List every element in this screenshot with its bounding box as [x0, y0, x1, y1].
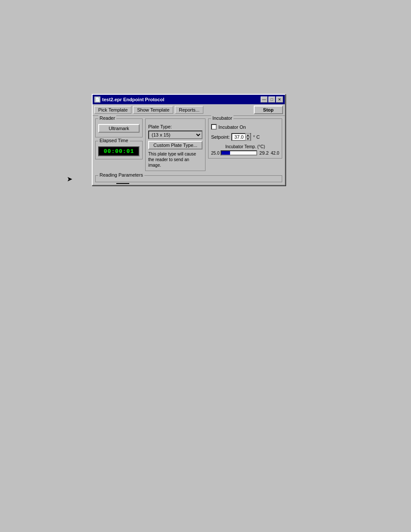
maximize-button[interactable]: □ — [268, 96, 275, 103]
ultramark-button[interactable]: Ultramark — [98, 124, 140, 133]
celsius-label: ° C — [253, 134, 259, 140]
custom-plate-type-button[interactable]: Custom Plate Type... — [148, 141, 202, 149]
temp-slider-track[interactable] — [221, 150, 257, 156]
window-title: test2.epr Endpoint Protocol — [102, 97, 164, 102]
spinner-down-button[interactable]: ▼ — [245, 137, 250, 141]
incubator-group-label: Incubator — [211, 115, 234, 121]
incubator-on-label: Incubator On — [218, 124, 246, 130]
setpoint-value: 37.0 — [232, 134, 245, 140]
show-template-button[interactable]: Show Template — [133, 106, 173, 114]
reader-group-label: Reader — [98, 115, 116, 121]
middle-panel: Plate Type: (13 x 15) Custom Plate Type.… — [145, 118, 206, 171]
title-buttons: — □ ✕ — [261, 96, 283, 103]
main-window: 📄 test2.epr Endpoint Protocol — □ ✕ Pick… — [92, 94, 286, 186]
reader-group: Reader Ultramark — [95, 118, 143, 137]
toolbar: Pick Template Show Template Reports... S… — [93, 104, 285, 116]
reading-params-group: Reading Parameters — [95, 175, 282, 182]
content-area: Reader Ultramark Elapsed Time 00:00:01 P… — [93, 116, 285, 174]
reading-params-label: Reading Parameters — [98, 172, 144, 177]
setpoint-label: Setpoint: — [211, 134, 230, 140]
plate-type-select-wrapper: (13 x 15) — [148, 131, 202, 139]
plate-info-text: This plate type will cause the reader to… — [148, 151, 202, 168]
plate-type-group: Plate Type: (13 x 15) Custom Plate Type.… — [145, 118, 206, 171]
spinner-up-button[interactable]: ▲ — [245, 133, 250, 137]
spinner-buttons: ▲ ▼ — [245, 133, 250, 141]
pick-template-button[interactable]: Pick Template — [94, 106, 131, 114]
setpoint-row: Setpoint: 37.0 ▲ ▼ ° C — [211, 133, 279, 141]
elapsed-time-label: Elapsed Time — [98, 138, 130, 143]
minimize-button[interactable]: — — [261, 96, 268, 103]
temp-max-label: 42.0 — [271, 151, 279, 156]
close-button[interactable]: ✕ — [276, 96, 283, 103]
plate-type-label: Plate Type: — [148, 124, 202, 129]
temp-section: Incubator Temp. (°C) 25.0 29.2 42.0 — [211, 144, 279, 156]
right-panel: Incubator Incubator On Setpoint: 37.0 ▲ … — [208, 118, 282, 171]
title-bar-left: 📄 test2.epr Endpoint Protocol — [94, 96, 164, 103]
stop-button[interactable]: Stop — [254, 106, 283, 114]
plate-type-select[interactable]: (13 x 15) — [148, 131, 202, 139]
left-panel: Reader Ultramark Elapsed Time 00:00:01 — [95, 118, 143, 171]
reports-button[interactable]: Reports... — [175, 106, 203, 114]
temp-min-label: 25.0 — [211, 151, 219, 156]
title-bar: 📄 test2.epr Endpoint Protocol — □ ✕ — [93, 95, 285, 104]
window-icon: 📄 — [94, 96, 100, 103]
temp-slider-fill — [221, 151, 230, 155]
temp-current-value: 29.2 — [258, 150, 269, 156]
incubator-on-checkbox[interactable] — [211, 124, 217, 130]
arrow-pointer-decoration: ➤ — [67, 175, 72, 183]
underline-decoration — [116, 183, 129, 184]
temp-slider-row: 25.0 29.2 42.0 — [211, 150, 279, 156]
temp-section-label: Incubator Temp. (°C) — [211, 144, 279, 149]
incubator-on-row: Incubator On — [211, 124, 279, 130]
elapsed-time-display: 00:00:01 — [98, 146, 140, 156]
setpoint-spinner[interactable]: 37.0 ▲ ▼ — [231, 133, 251, 141]
elapsed-time-group: Elapsed Time 00:00:01 — [95, 141, 143, 159]
incubator-group: Incubator Incubator On Setpoint: 37.0 ▲ … — [208, 118, 282, 159]
